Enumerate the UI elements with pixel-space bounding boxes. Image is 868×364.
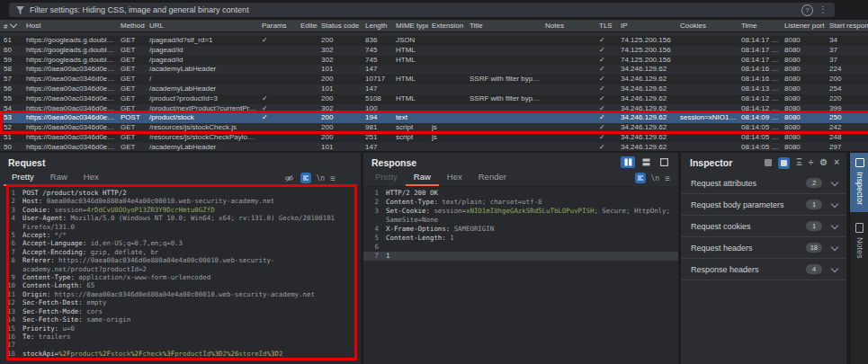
request-tab-pretty[interactable]: Pretty — [4, 172, 42, 186]
column-header-extension[interactable]: Extension — [428, 20, 466, 31]
request-line-7: 7Accept-Encoding: gzip, deflate, br — [0, 248, 361, 256]
bottom-panes: Request PrettyRawHex 1POST /product/stoc… — [0, 153, 868, 364]
count-badge: 2 — [806, 178, 822, 188]
filter-settings-label: Filter settings: Hiding CSS, image and g… — [30, 5, 249, 14]
layout-single-icon[interactable] — [657, 156, 671, 168]
request-line-18: 18stockApi=%2Fproduct%2Fstock%2Fcheck%3F… — [0, 350, 361, 358]
request-editor[interactable]: 1POST /product/stock HTTP/22Host: 0aea00… — [0, 187, 361, 364]
side-tab-inspector[interactable]: Inspector — [850, 153, 868, 212]
inspector-sections: Request attributes2Request body paramete… — [681, 173, 846, 280]
column-header-host[interactable]: Host — [22, 20, 117, 31]
close-icon[interactable]: × — [834, 158, 839, 167]
column-header-title[interactable]: Title — [466, 20, 541, 31]
response-tab-raw[interactable]: Raw — [406, 172, 439, 186]
inspector-section-request-headers[interactable]: Request headers18 — [681, 237, 846, 259]
column-header-time[interactable]: Time — [738, 20, 781, 31]
column-header-ip[interactable]: IP — [617, 20, 676, 31]
column-header-status-code[interactable]: Status code — [318, 20, 362, 31]
table-row-52[interactable]: 52https://0aea00ac0346d0e880...GET/resou… — [0, 123, 868, 133]
side-tab-strip: InspectorNotes — [849, 153, 868, 364]
response-panel: Response PrettyRawHexRender — [363, 153, 678, 364]
table-row-54[interactable]: 54https://0aea00ac0346d0e880...GET/produ… — [0, 104, 868, 114]
table-row-60[interactable]: 60https://googleads.g.doublec...GET/page… — [0, 46, 868, 56]
table-row-58[interactable]: 58https://0aea00ac0346d0e880...GET/acade… — [0, 65, 868, 75]
table-row-51[interactable]: 51https://0aea00ac0346d0e880...GET/resou… — [0, 133, 868, 143]
request-line-13: 13Sec-Fetch-Mode: cors — [0, 307, 361, 315]
expand-all-icon[interactable]: Ξ — [796, 158, 801, 167]
table-row-61[interactable]: 61https://googleads.g.doublec...GET/page… — [0, 36, 868, 46]
filter-funnel-icon — [16, 6, 24, 14]
table-row-55[interactable]: 55https://0aea00ac0346d0e880...GET/produ… — [0, 94, 868, 104]
column-header-listener-port[interactable]: Listener port — [781, 20, 826, 31]
layout-toggles — [621, 156, 671, 168]
notes-icon — [855, 223, 864, 233]
request-line-5: 5Accept: */* — [0, 231, 361, 239]
inspector-section-request-body-parameters[interactable]: Request body parameters1 — [681, 194, 846, 216]
inspector-panel-icon — [855, 158, 864, 167]
column-header-tls[interactable]: TLS — [595, 20, 617, 31]
column-header-url[interactable]: URL — [146, 20, 258, 31]
http-history-table: #HostMethodURLParamsEditedStatus codeLen… — [0, 20, 868, 151]
column-header-num[interactable]: # — [0, 20, 22, 31]
column-header-mime-type[interactable]: MIME type — [392, 20, 428, 31]
response-tabs: PrettyRawHexRender — [367, 172, 515, 186]
response-title-label: Response — [371, 157, 416, 168]
response-line-5: 5Content-Length: 1 — [363, 234, 678, 243]
editor-menu-icon[interactable] — [330, 173, 336, 183]
table-row-53[interactable]: 53https://0aea00ac0346d0e880...POST/prod… — [0, 113, 868, 123]
inspector-section-request-cookies[interactable]: Request cookies1 — [681, 216, 846, 237]
request-line-14: 14Sec-Fetch-Site: same-origin — [0, 315, 361, 324]
editor-menu-icon[interactable] — [665, 173, 670, 183]
syntax-highlight-icon[interactable] — [300, 173, 311, 183]
request-line-10: 10Content-Length: 65 — [0, 281, 361, 289]
response-tab-render[interactable]: Render — [470, 172, 515, 186]
request-line-16: 16Te: trailers — [0, 333, 361, 341]
show-newlines-icon[interactable] — [651, 174, 660, 182]
table-row-59[interactable]: 59https://googleads.g.doublec...GET/page… — [0, 56, 868, 66]
dock-left-icon[interactable] — [765, 159, 772, 166]
filter-settings-bar[interactable]: Filter settings: Hiding CSS, image and g… — [9, 3, 835, 17]
table-row-50[interactable]: 50https://0aea00ac0346d0e880...GET/acade… — [0, 143, 868, 151]
collapse-all-icon[interactable]: ÷ — [809, 158, 814, 167]
inspector-section-response-headers[interactable]: Response headers4 — [681, 259, 846, 280]
inspector-section-request-attributes[interactable]: Request attributes2 — [681, 173, 846, 194]
inspector-header: Inspector Ξ ÷ ⚙ × — [681, 153, 846, 173]
table-row-56[interactable]: 56https://0aea00ac0346d0e880...GET/acade… — [0, 84, 868, 94]
show-newlines-icon[interactable] — [317, 174, 326, 182]
response-line-2: 2Content-Type: text/plain; charset=utf-8 — [363, 198, 678, 207]
response-editor[interactable]: 1HTTP/2 200 OK2Content-Type: text/plain;… — [363, 187, 678, 364]
table-body: 62https://googleads.g.doublec...GET/page… — [0, 32, 868, 151]
request-line-17: 17 — [0, 341, 361, 349]
column-header-edited[interactable]: Edited — [297, 20, 318, 31]
table-row-57[interactable]: 57https://0aea00ac0346d0e880...GET/20010… — [0, 75, 868, 84]
response-panel-title: Response — [363, 153, 678, 172]
side-tab-notes[interactable]: Notes — [850, 218, 868, 266]
layout-rows-icon[interactable] — [639, 156, 653, 168]
more-menu-icon[interactable] — [819, 5, 828, 14]
response-tab-pretty[interactable]: Pretty — [367, 172, 406, 186]
request-tab-hex[interactable]: Hex — [76, 172, 107, 186]
help-icon[interactable] — [801, 4, 813, 16]
gear-icon[interactable]: ⚙ — [819, 158, 828, 167]
column-header-method[interactable]: Method — [117, 20, 146, 31]
dock-right-icon[interactable] — [778, 157, 790, 169]
column-header-notes[interactable]: Notes — [541, 20, 595, 31]
layout-columns-icon[interactable] — [621, 156, 635, 168]
column-header-start-response[interactable]: Start response — [826, 20, 868, 31]
request-line-4: 4User-Agent: Mozilla/5.0 (Windows NT 10.… — [0, 214, 361, 231]
request-panel: Request PrettyRawHex 1POST /product/stoc… — [0, 153, 361, 364]
column-header-length[interactable]: Length — [362, 20, 392, 31]
column-header-params[interactable]: Params — [258, 20, 297, 31]
request-tab-raw[interactable]: Raw — [42, 172, 76, 186]
request-line-11: 11Origin: https://0aea00ac0346d0e880a04e… — [0, 290, 361, 298]
hide-nonprintable-icon[interactable] — [284, 173, 295, 183]
request-tabrow: PrettyRawHex — [0, 172, 361, 187]
syntax-highlight-icon[interactable] — [635, 173, 646, 183]
request-line-2: 2Host: 0aea00ac0346d0e880a04e4a00c00010.… — [0, 197, 361, 205]
count-badge: 18 — [806, 243, 822, 253]
request-line-8: 8Referer: https://0aea00ac0346d0e880a04e… — [0, 256, 361, 273]
request-line-3: 3Cookie: session=4rDdCvU8OOyoP13ZR3Y9Dcr… — [0, 206, 361, 214]
response-tab-hex[interactable]: Hex — [439, 172, 470, 186]
response-line-3: 3Set-Cookie: session=xNIO1mI8hgeGAzkSRd5… — [363, 207, 678, 225]
column-header-cookies[interactable]: Cookies — [676, 20, 738, 31]
